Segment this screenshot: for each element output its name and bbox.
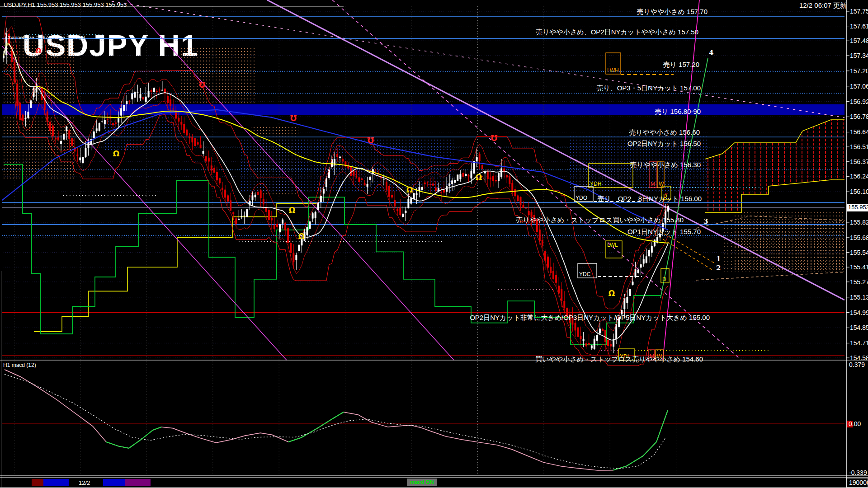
price-annotation: OP2日NYカット非常に大きめ/OP3日NYカット/OP5日NYカット大きめ 1…: [470, 314, 710, 322]
y-axis-label: 157.615: [850, 23, 868, 30]
price-annotation: 買いやや小さめ・ストップロス売りやや小さめ 154.60: [535, 355, 703, 364]
y-axis-label: 154.715: [850, 339, 868, 347]
macd-axis-zero: 0.00: [849, 420, 861, 427]
y-axis-label: 154.995: [850, 309, 868, 316]
timeline-bar[interactable]: 12/2 macd ON: [2, 478, 844, 487]
y-axis-label: 157.205: [850, 67, 868, 75]
sell-signal-icon: Ω: [491, 133, 497, 142]
wave-count-label: 1: [716, 255, 721, 263]
y-axis-label: 157.345: [850, 52, 868, 59]
wave-count-label: 3: [703, 217, 708, 225]
date-label: 12/2: [79, 479, 90, 486]
volume-readout: 190000: [849, 479, 868, 486]
y-axis-label: 156.785: [850, 113, 868, 120]
level-box-label: LWH: [607, 67, 619, 74]
price-annotation: 売りやや小さめ 156.60: [629, 128, 700, 137]
update-time: 12/2 06:07 更新: [799, 1, 847, 10]
price-annotation: 売り、OP3・5日NYカット 157.00: [596, 84, 701, 93]
price-annotation: 売りやや小さめ 156.30: [630, 161, 701, 169]
y-axis-label: 156.375: [850, 158, 868, 165]
wave-count-label: 2: [716, 264, 721, 272]
sell-signal-icon: Ω: [368, 136, 374, 145]
sell-signal-icon: Ω: [290, 113, 297, 122]
level-box-label: D: [662, 276, 666, 282]
y-axis-label: 156.645: [850, 128, 868, 136]
price-annotation: 売り、OP2－8日NYカット 156.00: [597, 195, 702, 203]
macd-axis-max: 0.379: [849, 361, 865, 368]
current-price-box: 155.953: [847, 204, 868, 211]
y-axis-label: 155.545: [850, 249, 868, 256]
channel-info-label: Channel size = 1674 Slope = -17.60: [5, 35, 85, 40]
macd-toggle-button[interactable]: macd ON: [407, 479, 437, 486]
y-axis-label: 155.410: [850, 263, 868, 271]
y-axis-label: 155.820: [850, 219, 868, 226]
macd-indicator-label: H1 macd (12): [3, 362, 36, 368]
price-annotation: 売り 157.20: [663, 61, 699, 69]
main-chart-area: ΩΩΩΩΩΩΩΩΩΩΩLWHYDHMWDYDOLWLYDCDYDLMW4312: [0, 0, 844, 475]
buy-signal-icon: Ω: [289, 206, 295, 215]
price-annotation: 売りやや小さめ 157.70: [637, 8, 708, 16]
timeline-segment: [32, 479, 43, 486]
trading-chart-window: USDJPY H1 ΩΩΩΩΩΩΩΩΩΩΩLWHYDHMWDYDOLWLYDCD…: [0, 0, 868, 488]
sell-signal-icon: Ω: [199, 80, 205, 89]
buy-signal-icon: Ω: [609, 289, 615, 298]
y-axis-label: 156.240: [850, 173, 868, 180]
chart-canvas[interactable]: ΩΩΩΩΩΩΩΩΩΩΩLWHYDHMWDYDOLWLYDCDYDLMW4312: [0, 0, 868, 488]
y-axis-label: 154.855: [850, 324, 868, 331]
level-box-label: YDO: [576, 195, 587, 201]
timeline-segment: [43, 479, 69, 486]
y-axis-label: 156.100: [850, 188, 868, 195]
y-axis-label: 155.135: [850, 294, 868, 301]
buy-signal-icon: Ω: [113, 149, 119, 158]
symbol-title: USDJPY,H1 155.953 155.953 155.953 155.95…: [4, 1, 127, 8]
price-annotation: OP2日NYカット 156.50: [627, 140, 701, 148]
wave-count-label: 4: [709, 49, 713, 57]
price-annotation: 売り 156.80-90: [655, 108, 701, 116]
buy-signal-icon: Ω: [476, 173, 482, 182]
timeline-segment: [103, 479, 125, 486]
y-axis-label: 156.510: [850, 143, 868, 150]
level-box-label: YDC: [579, 271, 591, 277]
y-axis-label: 156.925: [850, 98, 868, 105]
buy-signal-icon: Ω: [406, 185, 413, 194]
timeline-segment: [125, 479, 151, 486]
y-axis-label: 154.580: [850, 354, 868, 361]
level-box-label: M: [651, 181, 655, 187]
y-axis-label: 155.680: [850, 234, 868, 241]
y-axis-label: 157.750: [850, 8, 868, 15]
level-box-label: YDH: [590, 181, 601, 187]
level-box-label: LWL: [607, 242, 618, 248]
y-axis-label: 157.065: [850, 83, 868, 90]
price-annotation: 売りやや小さめ・ストップロス買いやや小さめ 155.80: [516, 216, 684, 225]
y-axis-label: 157.480: [850, 37, 868, 44]
y-axis-label: 155.275: [850, 278, 868, 286]
alert-icon: Ω: [36, 47, 42, 55]
price-annotation: 売りやや小さめ、OP2日NYカットやや小さめ 157.50: [536, 28, 698, 37]
price-annotation: OP1日NYカット 155.70: [627, 228, 701, 236]
buy-signal-icon: Ω: [298, 232, 305, 241]
macd-axis-min: -0.339: [849, 469, 867, 476]
